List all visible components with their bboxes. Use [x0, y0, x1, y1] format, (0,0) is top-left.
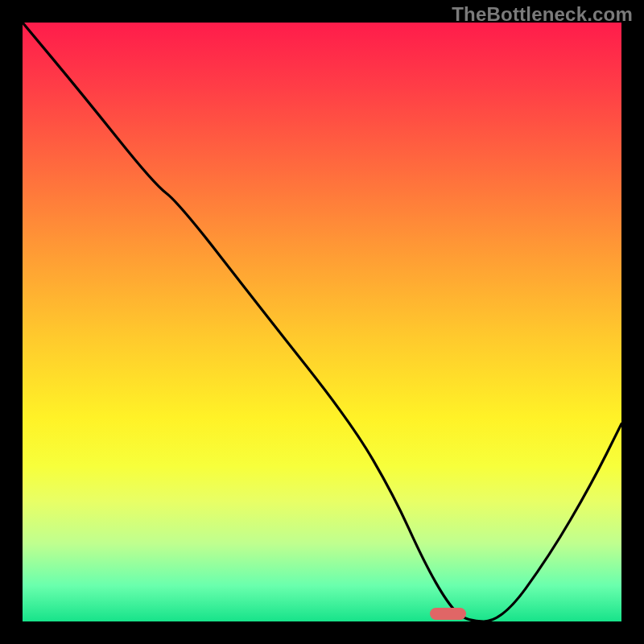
- optimum-marker: [430, 608, 466, 620]
- plot-area: [23, 23, 621, 621]
- curve-svg: [23, 23, 621, 621]
- chart-frame: TheBottleneck.com: [0, 0, 644, 644]
- watermark-text: TheBottleneck.com: [452, 3, 633, 26]
- curve-path: [23, 23, 621, 621]
